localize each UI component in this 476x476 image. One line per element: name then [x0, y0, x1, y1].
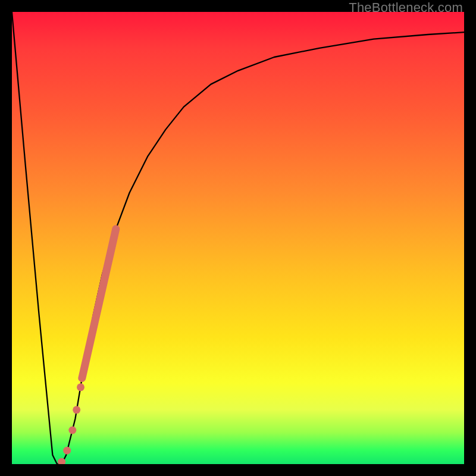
- bottleneck-curve: [12, 12, 464, 464]
- plot-area: [12, 12, 464, 464]
- marker-dots: [58, 383, 84, 464]
- marker-dot: [77, 383, 84, 391]
- chart-svg: [12, 12, 464, 464]
- marker-dot: [73, 406, 80, 414]
- chart-frame: TheBottleneck.com: [0, 0, 476, 476]
- marker-dot: [68, 427, 76, 434]
- highlight-segment: [82, 229, 116, 378]
- marker-dot: [63, 447, 71, 455]
